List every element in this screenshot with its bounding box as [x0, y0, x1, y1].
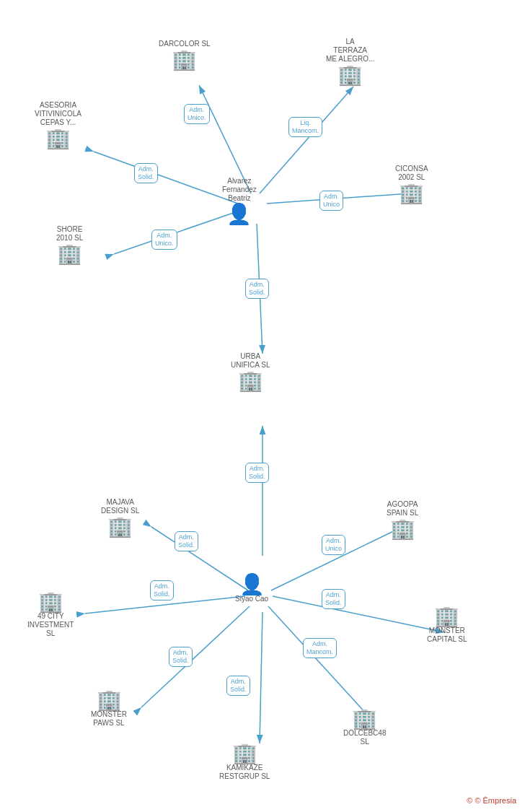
svg-line-15	[260, 612, 262, 743]
badge-adm-mancom-dolcebc48: Adm. Mancom.	[303, 638, 337, 658]
badge-adm-unico-darcolor: Adm. Unico.	[184, 104, 210, 124]
building-icon-monster-capital: 🏢	[434, 606, 459, 627]
svg-line-3	[260, 87, 353, 193]
building-icon-la-terraza: 🏢	[338, 65, 363, 85]
building-icon-49city: 🏢	[38, 592, 63, 612]
node-asesoria: ASESORIA VITIVINICOLA CEPAS Y... 🏢	[35, 101, 81, 149]
node-shore: SHORE 2010 SL 🏢	[56, 225, 83, 264]
badge-adm-unico-shore: Adm. Unico.	[151, 230, 177, 250]
node-majava: MAJAVA DESIGN SL 🏢	[101, 498, 139, 537]
building-icon-agoopa: 🏢	[390, 519, 415, 539]
node-la-terraza: LA TERRAZA ME ALEGRO... 🏢	[326, 38, 374, 85]
building-icon-monster-paws: 🏢	[97, 690, 122, 710]
badge-adm-solid-asesoria: Adm. Solid.	[134, 163, 158, 183]
node-siyao: 👤 Siyao Cao	[235, 575, 268, 605]
badge-adm-solid-monster-paws: Adm. Solid.	[169, 647, 193, 667]
svg-line-14	[268, 606, 375, 723]
building-icon-majava: 🏢	[107, 517, 133, 537]
watermark: © © Êmpresia	[467, 796, 516, 805]
badge-adm-solid-urba: Adm. Solid.	[245, 279, 269, 299]
node-agoopa: AGOOPA SPAIN SL 🏢	[387, 500, 418, 539]
node-monster-paws: 🏢 MONSTER PAWS SL	[91, 690, 127, 729]
node-urba: URBA UNIFICA SL 🏢	[231, 352, 270, 391]
building-icon-ciconsa: 🏢	[399, 183, 424, 204]
building-icon-kamikaze: 🏢	[232, 743, 257, 764]
badge-adm-unico-ciconsa: Adm. Unico	[319, 191, 343, 211]
diagram: DARCOLOR SL 🏢 LA TERRAZA ME ALEGRO... 🏢 …	[0, 0, 525, 812]
node-dolcebc48: 🏢 DOLCEBC48 SL	[343, 709, 386, 748]
badge-adm-unico-agoopa: Adm. Unico	[322, 535, 345, 555]
node-alvarez: Alvarez Fernandez Beatriz 👤	[222, 177, 257, 224]
badge-adm-solid-49city: Adm. Solid.	[150, 580, 174, 601]
building-icon-urba: 🏢	[238, 371, 263, 391]
building-icon-asesoria: 🏢	[45, 128, 71, 149]
svg-line-4	[94, 152, 238, 204]
node-kamikaze: 🏢 KAMIKAZE RESTGRUP SL	[219, 743, 270, 782]
badge-adm-solid-siyao-urba: Adm. Solid.	[245, 463, 269, 483]
badge-adm-solid-majava: Adm. Solid.	[175, 531, 198, 551]
badge-liq-mancom: Liq. Mancom.	[288, 117, 322, 137]
node-ciconsa: CICONSA 2002 SL 🏢	[395, 165, 428, 204]
building-icon-dolcebc48: 🏢	[352, 709, 377, 729]
badge-adm-solid-kamikaze: Adm. Solid.	[226, 676, 250, 696]
person-icon-alvarez: 👤	[226, 204, 252, 224]
person-icon-siyao: 👤	[239, 575, 265, 595]
node-darcolor: DARCOLOR SL 🏢	[159, 40, 211, 70]
node-49city: 🏢 49 CITY INVESTMENT SL	[27, 592, 74, 639]
building-icon-shore: 🏢	[57, 244, 82, 264]
badge-adm-solid-monster-capital: Adm. Solid.	[322, 589, 345, 609]
building-icon-darcolor: 🏢	[172, 50, 197, 70]
node-monster-capital: 🏢 MONSTER CAPITAL SL	[427, 606, 467, 645]
svg-line-12	[273, 596, 444, 632]
